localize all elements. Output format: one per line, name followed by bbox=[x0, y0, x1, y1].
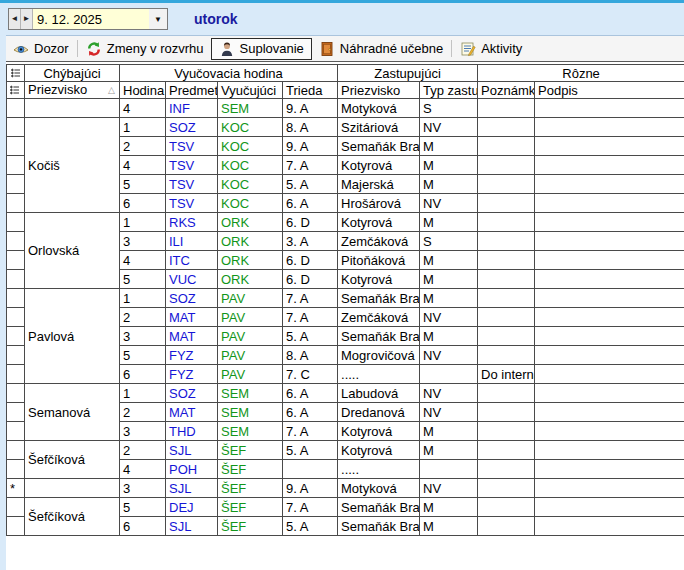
absent-teacher-cell[interactable]: Orlovská bbox=[25, 213, 120, 289]
note-cell[interactable] bbox=[478, 213, 535, 232]
row-selector-cell[interactable] bbox=[7, 156, 25, 175]
subject-cell[interactable]: RKS bbox=[166, 213, 218, 232]
signature-cell[interactable] bbox=[535, 99, 684, 118]
tab-nahradne-ucebne[interactable]: Náhradné učebne bbox=[312, 39, 450, 59]
absent-teacher-cell[interactable]: Kočiš bbox=[25, 118, 120, 213]
class-cell[interactable]: 8. A bbox=[283, 346, 338, 365]
substitute-cell[interactable]: ..... bbox=[338, 365, 420, 384]
signature-cell[interactable] bbox=[535, 118, 684, 137]
teacher-code-cell[interactable]: ŠEF bbox=[218, 460, 283, 479]
teacher-code-cell[interactable]: ORK bbox=[218, 251, 283, 270]
signature-cell[interactable] bbox=[535, 441, 684, 460]
substitution-type-cell[interactable]: M bbox=[420, 422, 478, 441]
class-cell[interactable]: 6. A bbox=[283, 384, 338, 403]
lesson-hour-cell[interactable]: 3 bbox=[120, 422, 166, 441]
class-cell[interactable]: 6. A bbox=[283, 403, 338, 422]
note-cell[interactable] bbox=[478, 479, 535, 498]
teacher-code-cell[interactable]: KOC bbox=[218, 118, 283, 137]
subject-cell[interactable]: THD bbox=[166, 422, 218, 441]
teacher-code-cell[interactable]: SEM bbox=[218, 99, 283, 118]
row-selector-cell[interactable] bbox=[7, 118, 25, 137]
signature-cell[interactable] bbox=[535, 289, 684, 308]
note-cell[interactable] bbox=[478, 327, 535, 346]
teacher-code-cell[interactable]: SEM bbox=[218, 384, 283, 403]
date-prev-button[interactable]: ◄ bbox=[9, 9, 21, 29]
substitution-type-cell[interactable]: NV bbox=[420, 403, 478, 422]
row-selector-cell[interactable] bbox=[7, 441, 25, 460]
substitution-type-cell[interactable]: NV bbox=[420, 479, 478, 498]
substitute-cell[interactable]: Dredanová bbox=[338, 403, 420, 422]
teacher-code-cell[interactable]: KOC bbox=[218, 175, 283, 194]
substitution-type-cell[interactable]: NV bbox=[420, 346, 478, 365]
subject-cell[interactable]: SJL bbox=[166, 517, 218, 536]
row-selector-cell[interactable] bbox=[7, 422, 25, 441]
lesson-hour-cell[interactable]: 2 bbox=[120, 308, 166, 327]
teacher-code-cell[interactable]: KOC bbox=[218, 194, 283, 213]
date-dropdown-button[interactable]: ▼ bbox=[149, 9, 167, 29]
subject-cell[interactable]: ILI bbox=[166, 232, 218, 251]
substitution-type-cell[interactable]: M bbox=[420, 441, 478, 460]
signature-cell[interactable] bbox=[535, 346, 684, 365]
substitution-type-cell[interactable]: S bbox=[420, 99, 478, 118]
teacher-code-cell[interactable]: PAV bbox=[218, 346, 283, 365]
substitute-cell[interactable]: Kotyrová bbox=[338, 422, 420, 441]
note-cell[interactable] bbox=[478, 232, 535, 251]
subject-cell[interactable]: SJL bbox=[166, 441, 218, 460]
note-cell[interactable]: Do interná bbox=[478, 365, 535, 384]
substitute-cell[interactable]: Semaňák Brar bbox=[338, 498, 420, 517]
signature-cell[interactable] bbox=[535, 384, 684, 403]
class-cell[interactable]: 6. D bbox=[283, 213, 338, 232]
subject-cell[interactable]: MAT bbox=[166, 308, 218, 327]
row-selector-cell[interactable]: * bbox=[7, 479, 25, 498]
note-cell[interactable] bbox=[478, 251, 535, 270]
substitute-cell[interactable]: Zemčáková bbox=[338, 232, 420, 251]
absent-teacher-cell[interactable]: Šefčíková bbox=[25, 498, 120, 536]
column-header-typzastup[interactable]: Typ zastup bbox=[420, 82, 478, 99]
note-cell[interactable] bbox=[478, 308, 535, 327]
date-field[interactable]: 9. 12. 2025 bbox=[33, 9, 149, 29]
subject-cell[interactable]: INF bbox=[166, 99, 218, 118]
lesson-hour-cell[interactable]: 6 bbox=[120, 194, 166, 213]
subject-cell[interactable]: ITC bbox=[166, 251, 218, 270]
lesson-hour-cell[interactable]: 4 bbox=[120, 156, 166, 175]
lesson-hour-cell[interactable]: 3 bbox=[120, 327, 166, 346]
row-selector-cell[interactable] bbox=[7, 365, 25, 384]
lesson-hour-cell[interactable]: 6 bbox=[120, 517, 166, 536]
substitute-cell[interactable]: Kotyrová bbox=[338, 270, 420, 289]
row-selector-cell[interactable] bbox=[7, 137, 25, 156]
class-cell[interactable]: 5. A bbox=[283, 175, 338, 194]
subject-cell[interactable]: TSV bbox=[166, 175, 218, 194]
lesson-hour-cell[interactable]: 1 bbox=[120, 118, 166, 137]
subject-cell[interactable]: TSV bbox=[166, 156, 218, 175]
note-cell[interactable] bbox=[478, 460, 535, 479]
substitution-type-cell[interactable]: M bbox=[420, 517, 478, 536]
teacher-code-cell[interactable]: ORK bbox=[218, 232, 283, 251]
row-selector-cell[interactable] bbox=[7, 251, 25, 270]
subject-cell[interactable]: MAT bbox=[166, 327, 218, 346]
signature-cell[interactable] bbox=[535, 479, 684, 498]
subject-cell[interactable]: DEJ bbox=[166, 498, 218, 517]
signature-cell[interactable] bbox=[535, 251, 684, 270]
class-cell[interactable]: 9. A bbox=[283, 137, 338, 156]
note-cell[interactable] bbox=[478, 517, 535, 536]
substitute-cell[interactable]: Hrošárová bbox=[338, 194, 420, 213]
subject-cell[interactable]: SJL bbox=[166, 479, 218, 498]
note-cell[interactable] bbox=[478, 422, 535, 441]
absent-teacher-cell[interactable] bbox=[25, 479, 120, 498]
column-header-vyuujci[interactable]: Vyučujúci bbox=[218, 82, 283, 99]
substitution-type-cell[interactable]: M bbox=[420, 270, 478, 289]
substitute-cell[interactable]: Majerská bbox=[338, 175, 420, 194]
signature-cell[interactable] bbox=[535, 308, 684, 327]
substitution-type-cell[interactable]: M bbox=[420, 327, 478, 346]
substitute-cell[interactable]: Labudová bbox=[338, 384, 420, 403]
teacher-code-cell[interactable]: SEM bbox=[218, 422, 283, 441]
lesson-hour-cell[interactable]: 3 bbox=[120, 232, 166, 251]
class-cell[interactable]: 6. D bbox=[283, 251, 338, 270]
class-cell[interactable]: 5. A bbox=[283, 441, 338, 460]
tab-zmeny-v-rozvrhu[interactable]: Zmeny v rozvrhu bbox=[79, 39, 211, 59]
substitute-cell[interactable]: Zemčáková bbox=[338, 308, 420, 327]
substitute-cell[interactable]: Semaňák Brar bbox=[338, 289, 420, 308]
subject-cell[interactable]: MAT bbox=[166, 403, 218, 422]
row-selector-cell[interactable] bbox=[7, 308, 25, 327]
class-cell[interactable]: 3. A bbox=[283, 232, 338, 251]
